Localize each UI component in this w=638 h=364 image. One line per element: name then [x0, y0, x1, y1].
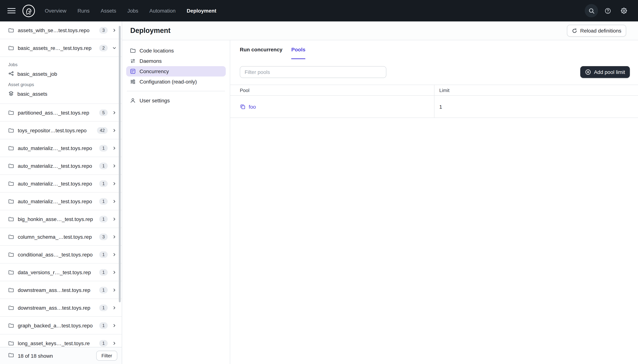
asset-group-link[interactable]: basic_assets	[0, 89, 122, 99]
chevron-right-icon[interactable]	[111, 340, 117, 346]
chevron-right-icon[interactable]	[111, 305, 117, 310]
code-location-row[interactable]: column_schema_…test.toys.rep 3	[0, 228, 122, 246]
add-pool-limit-label: Add pool limit	[594, 69, 625, 75]
chevron-right-icon[interactable]	[111, 163, 117, 168]
nav-item[interactable]: Runs	[78, 8, 90, 14]
expanded-location-contents: Jobs basic_assets_job Asset groups basic…	[0, 57, 122, 104]
folder-icon	[8, 110, 14, 116]
nav-item[interactable]: Assets	[101, 8, 116, 14]
code-location-row[interactable]: downstream_ass…test.toys.rep 1	[0, 299, 122, 317]
tab-run-concurrency[interactable]: Run concurrency	[240, 40, 282, 59]
folder-icon	[8, 322, 14, 328]
code-location-name: basic_assets_re…_test.toys.rep	[18, 45, 96, 51]
code-location-row[interactable]: big_honkin_asse…_test.toys.rep 1	[0, 210, 122, 228]
dagster-logo[interactable]	[22, 4, 35, 17]
chevron-right-icon[interactable]	[111, 323, 117, 328]
folder-icon	[8, 252, 14, 258]
code-location-name: auto_materializ…_test.toys.repo	[18, 198, 96, 204]
filter-button[interactable]: Filter	[96, 351, 117, 361]
chevron-right-icon[interactable]	[111, 146, 117, 150]
nav-item-label: Configuration (read-only)	[139, 79, 197, 85]
chevron-right-icon[interactable]	[111, 270, 117, 275]
chevron-right-icon[interactable]	[111, 110, 117, 115]
nav-item-user-settings[interactable]: User settings	[126, 95, 226, 106]
chevron-right-icon[interactable]	[111, 28, 117, 33]
settings-gear-icon[interactable]	[617, 4, 630, 17]
topnav-icons	[585, 4, 630, 17]
config-sliders-icon	[130, 79, 136, 85]
tab-pools[interactable]: Pools	[291, 40, 305, 59]
pool-link[interactable]: foo	[249, 104, 256, 110]
menu-icon[interactable]	[8, 8, 16, 13]
count-badge: 1	[99, 216, 108, 222]
code-location-row[interactable]: downstream_ass…test.toys.rep 1	[0, 281, 122, 299]
chevron-right-icon[interactable]	[111, 128, 117, 133]
main-panel: Deployment Reload definitions Code loca	[122, 22, 638, 364]
code-location-row[interactable]: graph_backed_a…test.toys.repo 1	[0, 317, 122, 334]
nav-item-daemons[interactable]: Daemons	[126, 56, 226, 66]
table-header: Pool Limit	[230, 85, 638, 96]
code-location-row[interactable]: assets_with_se…test.toys.repo 3	[0, 22, 122, 39]
nav-item[interactable]: Deployment	[187, 8, 216, 14]
code-location-name: downstream_ass…test.toys.rep	[18, 287, 96, 293]
code-location-name: big_honkin_asse…_test.toys.rep	[18, 216, 96, 222]
nav-item-configuration[interactable]: Configuration (read-only)	[126, 76, 226, 87]
sidebar-scrollbar[interactable]	[119, 26, 121, 302]
pool-limit-value: 1	[435, 96, 638, 118]
code-location-row[interactable]: auto_materializ…_test.toys.repo 1	[0, 192, 122, 210]
app-root: Overview Runs Assets Jobs Automation Dep…	[0, 0, 638, 364]
count-badge: 1	[99, 322, 108, 329]
code-location-name: partitioned_ass…_test.toys.rep	[18, 110, 96, 116]
chevron-right-icon[interactable]	[111, 234, 117, 239]
folder-icon	[8, 180, 14, 186]
folder-icon	[8, 352, 14, 360]
job-link[interactable]: basic_assets_job	[0, 69, 122, 79]
chevron-right-icon[interactable]	[111, 199, 117, 204]
nav-item-concurrency[interactable]: Concurrency	[126, 66, 226, 76]
help-icon[interactable]	[601, 4, 614, 17]
user-icon	[130, 98, 136, 104]
code-location-name: toys_repositor…test.toys.repo	[18, 127, 93, 133]
filter-pools-input[interactable]	[240, 66, 386, 78]
code-location-row[interactable]: toys_repositor…test.toys.repo 42	[0, 122, 122, 139]
code-location-row-expanded[interactable]: basic_assets_re…_test.toys.rep 2	[0, 39, 122, 57]
job-icon	[8, 70, 14, 78]
search-icon[interactable]	[585, 4, 598, 17]
count-badge: 1	[99, 340, 108, 346]
nav-item-code-locations[interactable]: Code locations	[126, 46, 226, 56]
code-location-name: long_asset_keys…_test.toys.re	[18, 340, 96, 346]
code-location-row[interactable]: conditional_ass…_test.toys.repo 1	[0, 246, 122, 264]
code-location-row[interactable]: partitioned_ass…_test.toys.rep 5	[0, 104, 122, 122]
code-location-row[interactable]: auto_materializ…_test.toys.repo 1	[0, 157, 122, 175]
count-badge: 1	[99, 145, 108, 151]
chevron-right-icon[interactable]	[111, 287, 117, 292]
folder-icon	[8, 287, 14, 293]
add-pool-limit-button[interactable]: Add pool limit	[580, 66, 630, 78]
chevron-right-icon[interactable]	[111, 216, 117, 222]
count-badge: 5	[99, 109, 108, 116]
chevron-down-icon[interactable]	[111, 45, 117, 50]
chevron-right-icon[interactable]	[111, 252, 117, 257]
plus-circle-icon	[585, 69, 591, 75]
nav-item[interactable]: Automation	[149, 8, 176, 14]
code-location-name: column_schema_…test.toys.rep	[18, 234, 96, 240]
code-location-row[interactable]: data_versions_r…_test.toys.rep 1	[0, 264, 122, 281]
folder-icon	[8, 234, 14, 240]
code-location-row[interactable]: auto_materializ…_test.toys.repo 1	[0, 175, 122, 192]
count-badge: 1	[99, 304, 108, 311]
column-header-pool: Pool	[230, 85, 435, 95]
nav-item[interactable]: Jobs	[127, 8, 138, 14]
reload-definitions-button[interactable]: Reload definitions	[567, 25, 626, 36]
nav-item-label: Concurrency	[139, 68, 169, 74]
code-location-row[interactable]: auto_materializ…_test.toys.repo 1	[0, 139, 122, 157]
nav-item-label: Daemons	[139, 58, 162, 64]
count-badge: 3	[99, 27, 108, 34]
count-badge: 1	[99, 180, 108, 187]
count-badge: 1	[99, 286, 108, 293]
chevron-right-icon[interactable]	[111, 181, 117, 186]
folder-icon	[8, 198, 14, 204]
nav-item[interactable]: Overview	[45, 8, 66, 14]
folder-icon	[8, 163, 14, 169]
asset-groups-section-label: Asset groups	[0, 79, 122, 89]
folder-icon	[8, 269, 14, 275]
